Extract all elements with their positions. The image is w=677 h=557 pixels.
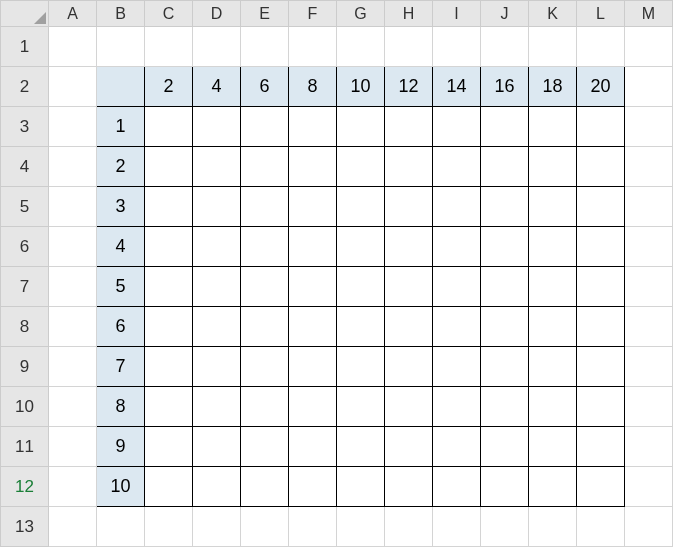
cell-B11[interactable]: 9 <box>97 427 145 467</box>
cell-A7[interactable] <box>49 267 97 307</box>
cell-B6[interactable]: 4 <box>97 227 145 267</box>
cell-F7[interactable] <box>289 267 337 307</box>
cell-E8[interactable] <box>241 307 289 347</box>
cell-J8[interactable] <box>481 307 529 347</box>
cell-F13[interactable] <box>289 507 337 547</box>
cell-L11[interactable] <box>577 427 625 467</box>
row-header-9[interactable]: 9 <box>1 347 49 387</box>
cell-H5[interactable] <box>385 187 433 227</box>
cell-B5[interactable]: 3 <box>97 187 145 227</box>
cell-I2[interactable]: 14 <box>433 67 481 107</box>
cell-G9[interactable] <box>337 347 385 387</box>
cell-A13[interactable] <box>49 507 97 547</box>
cell-M2[interactable] <box>625 67 673 107</box>
cell-J3[interactable] <box>481 107 529 147</box>
cell-J6[interactable] <box>481 227 529 267</box>
cell-J5[interactable] <box>481 187 529 227</box>
cell-B7[interactable]: 5 <box>97 267 145 307</box>
cell-J2[interactable]: 16 <box>481 67 529 107</box>
cell-C12[interactable] <box>145 467 193 507</box>
cell-F2[interactable]: 8 <box>289 67 337 107</box>
cell-C8[interactable] <box>145 307 193 347</box>
cell-D3[interactable] <box>193 107 241 147</box>
cell-C4[interactable] <box>145 147 193 187</box>
cell-J12[interactable] <box>481 467 529 507</box>
cell-A11[interactable] <box>49 427 97 467</box>
col-header-H[interactable]: H <box>385 1 433 27</box>
cell-I1[interactable] <box>433 27 481 67</box>
cell-D1[interactable] <box>193 27 241 67</box>
cell-A5[interactable] <box>49 187 97 227</box>
cell-A9[interactable] <box>49 347 97 387</box>
cell-K8[interactable] <box>529 307 577 347</box>
cell-I4[interactable] <box>433 147 481 187</box>
cell-H9[interactable] <box>385 347 433 387</box>
cell-K2[interactable]: 18 <box>529 67 577 107</box>
cell-C11[interactable] <box>145 427 193 467</box>
col-header-B[interactable]: B <box>97 1 145 27</box>
col-header-C[interactable]: C <box>145 1 193 27</box>
cell-L1[interactable] <box>577 27 625 67</box>
col-header-F[interactable]: F <box>289 1 337 27</box>
cell-C10[interactable] <box>145 387 193 427</box>
cell-J4[interactable] <box>481 147 529 187</box>
cell-M3[interactable] <box>625 107 673 147</box>
col-header-L[interactable]: L <box>577 1 625 27</box>
cell-K3[interactable] <box>529 107 577 147</box>
cell-H3[interactable] <box>385 107 433 147</box>
cell-M12[interactable] <box>625 467 673 507</box>
cell-K6[interactable] <box>529 227 577 267</box>
cell-H13[interactable] <box>385 507 433 547</box>
cell-E10[interactable] <box>241 387 289 427</box>
cell-K9[interactable] <box>529 347 577 387</box>
cell-J11[interactable] <box>481 427 529 467</box>
cell-D2[interactable]: 4 <box>193 67 241 107</box>
cell-K11[interactable] <box>529 427 577 467</box>
select-all-corner[interactable] <box>1 1 49 27</box>
cell-M9[interactable] <box>625 347 673 387</box>
cell-F4[interactable] <box>289 147 337 187</box>
col-header-E[interactable]: E <box>241 1 289 27</box>
cell-E11[interactable] <box>241 427 289 467</box>
col-header-M[interactable]: M <box>625 1 673 27</box>
cell-I12[interactable] <box>433 467 481 507</box>
cell-L4[interactable] <box>577 147 625 187</box>
cell-J7[interactable] <box>481 267 529 307</box>
cell-C6[interactable] <box>145 227 193 267</box>
cell-H7[interactable] <box>385 267 433 307</box>
col-header-A[interactable]: A <box>49 1 97 27</box>
cell-I8[interactable] <box>433 307 481 347</box>
cell-A12[interactable] <box>49 467 97 507</box>
col-header-G[interactable]: G <box>337 1 385 27</box>
cell-H12[interactable] <box>385 467 433 507</box>
cell-E2[interactable]: 6 <box>241 67 289 107</box>
cell-G13[interactable] <box>337 507 385 547</box>
cell-C9[interactable] <box>145 347 193 387</box>
row-header-13[interactable]: 13 <box>1 507 49 547</box>
cell-B13[interactable] <box>97 507 145 547</box>
cell-D13[interactable] <box>193 507 241 547</box>
cell-E12[interactable] <box>241 467 289 507</box>
cell-E9[interactable] <box>241 347 289 387</box>
cell-C2[interactable]: 2 <box>145 67 193 107</box>
cell-H4[interactable] <box>385 147 433 187</box>
cell-L12[interactable] <box>577 467 625 507</box>
row-header-1[interactable]: 1 <box>1 27 49 67</box>
cell-M13[interactable] <box>625 507 673 547</box>
cell-B4[interactable]: 2 <box>97 147 145 187</box>
cell-B1[interactable] <box>97 27 145 67</box>
cell-H1[interactable] <box>385 27 433 67</box>
row-header-2[interactable]: 2 <box>1 67 49 107</box>
cell-F6[interactable] <box>289 227 337 267</box>
cell-L5[interactable] <box>577 187 625 227</box>
cell-A8[interactable] <box>49 307 97 347</box>
cell-K13[interactable] <box>529 507 577 547</box>
row-header-12[interactable]: 12 <box>1 467 49 507</box>
cell-F3[interactable] <box>289 107 337 147</box>
cell-E13[interactable] <box>241 507 289 547</box>
cell-J9[interactable] <box>481 347 529 387</box>
row-header-5[interactable]: 5 <box>1 187 49 227</box>
cell-L10[interactable] <box>577 387 625 427</box>
cell-G2[interactable]: 10 <box>337 67 385 107</box>
col-header-D[interactable]: D <box>193 1 241 27</box>
